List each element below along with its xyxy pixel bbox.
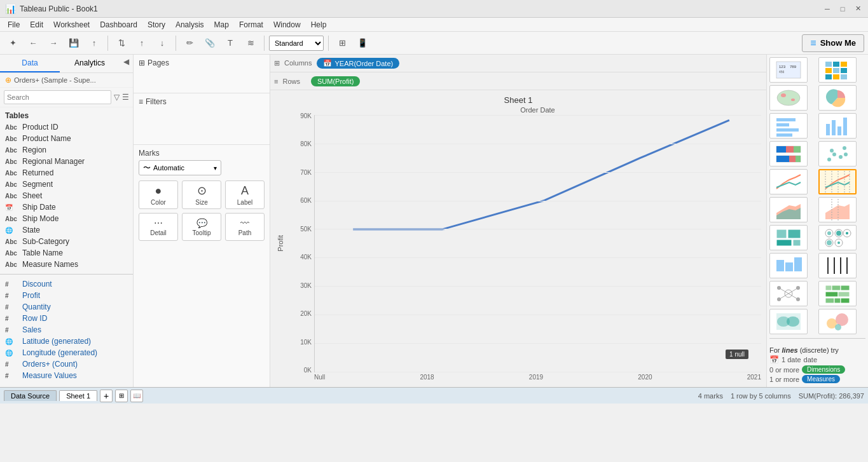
rows-pill[interactable]: SUM(Profit) xyxy=(311,76,360,86)
add-story-btn[interactable]: 📖 xyxy=(130,390,143,402)
toolbar-mark-label[interactable]: ≋ xyxy=(242,34,259,52)
chart-type-lines-continuous[interactable] xyxy=(769,169,808,194)
field-row-id[interactable]: #Row ID xyxy=(0,313,133,324)
maximize-btn[interactable]: □ xyxy=(837,4,848,14)
toolbar-text[interactable]: T xyxy=(221,34,239,52)
toolbar-new-sheet[interactable]: ✦ xyxy=(4,34,22,52)
field-product-id[interactable]: AbcProduct ID xyxy=(0,121,133,133)
menu-analysis[interactable]: Analysis xyxy=(170,19,209,31)
chart-type-area-continuous[interactable] xyxy=(769,197,808,222)
chart-type-treemap[interactable] xyxy=(769,225,808,250)
marks-type-select[interactable]: 〜 Automatic ▾ xyxy=(139,160,221,175)
toolbar-save[interactable]: 💾 xyxy=(65,34,83,52)
chart-type-vbar[interactable] xyxy=(818,113,857,139)
toolbar-forward[interactable]: → xyxy=(45,34,62,52)
marks-color-btn[interactable]: ● Color xyxy=(139,180,178,209)
filter-icon[interactable]: ▽ xyxy=(114,93,120,102)
lines-cont-icon xyxy=(774,171,803,193)
field-sheet[interactable]: AbcSheet xyxy=(0,190,133,201)
chart-type-circle[interactable] xyxy=(818,225,857,250)
toolbar-sort-asc[interactable]: ↑ xyxy=(133,34,151,52)
tab-analytics[interactable]: Analytics xyxy=(60,55,120,72)
chart-type-network[interactable] xyxy=(769,281,808,306)
field-quantity[interactable]: #Quantity xyxy=(0,301,133,313)
bottom-tabs-bar: Data Source Sheet 1 + ⊞ 📖 4 marks 1 row … xyxy=(0,387,868,404)
minimize-btn[interactable]: ─ xyxy=(822,4,832,14)
columns-pill[interactable]: 📅 YEAR(Order Date) xyxy=(317,58,399,69)
field-profit[interactable]: #Profit xyxy=(0,290,133,301)
chart-type-heat-map[interactable] xyxy=(818,57,857,83)
chart-type-density[interactable] xyxy=(769,309,808,334)
marks-size-btn[interactable]: ⊙ Size xyxy=(182,180,221,209)
filters-label: ≡ Filters xyxy=(139,97,265,106)
chart-type-bullet[interactable] xyxy=(818,253,857,278)
toolbar-device-preview[interactable]: 📱 xyxy=(354,34,371,52)
list-view-icon[interactable]: ☰ xyxy=(122,93,129,102)
menu-help[interactable]: Help xyxy=(306,19,332,31)
field-ship-date[interactable]: 📅Ship Date xyxy=(0,201,133,213)
sheet1-tab[interactable]: Sheet 1 xyxy=(59,390,97,401)
tab-data[interactable]: Data xyxy=(0,55,60,72)
toolbar: ✦ ← → 💾 ↑ ⇅ ↑ ↓ ✏ 📎 T ≋ Standard Fit Wid… xyxy=(0,32,868,55)
field-ship-mode[interactable]: AbcShip Mode xyxy=(0,213,133,224)
search-input[interactable] xyxy=(4,90,111,104)
marks-path-btn[interactable]: 〰 Path xyxy=(225,213,265,241)
data-source-tab[interactable]: Data Source xyxy=(4,390,57,401)
chart-type-lines-discrete[interactable] xyxy=(818,169,857,194)
chart-type-bubble[interactable] xyxy=(818,309,857,334)
chart-type-text[interactable]: 123 456 789 xyxy=(769,57,808,83)
menu-format[interactable]: Format xyxy=(234,19,268,31)
chart-type-stacked-hbar[interactable] xyxy=(769,141,808,166)
collapse-panel-btn[interactable]: ◀ xyxy=(120,55,133,72)
field-sub-category[interactable]: AbcSub-Category xyxy=(0,236,133,247)
chart-type-map[interactable] xyxy=(769,85,808,111)
chart-type-side-bars[interactable] xyxy=(769,253,808,278)
marks-label-btn[interactable]: A Label xyxy=(225,180,265,209)
toolbar-back[interactable]: ← xyxy=(24,34,42,52)
menu-story[interactable]: Story xyxy=(142,19,170,31)
field-longitude[interactable]: 🌐Longitude (generated) xyxy=(0,347,133,358)
menu-edit[interactable]: Edit xyxy=(25,19,48,31)
menu-dashboard[interactable]: Dashboard xyxy=(95,19,142,31)
chart-type-polygon-map[interactable] xyxy=(818,281,857,306)
field-latitude[interactable]: 🌐Latitude (generated) xyxy=(0,336,133,347)
add-sheet-btn[interactable]: + xyxy=(100,390,113,402)
toolbar-annotate[interactable]: ✏ xyxy=(181,34,198,52)
toolbar-presentation[interactable]: ⊞ xyxy=(333,34,351,52)
x-axis-title: Order Date xyxy=(314,106,761,114)
menu-map[interactable]: Map xyxy=(209,19,234,31)
filters-content[interactable] xyxy=(139,109,265,140)
field-segment[interactable]: AbcSegment xyxy=(0,179,133,190)
marks-detail-btn[interactable]: ⋯ Detail xyxy=(139,213,178,241)
chart-type-scatter[interactable] xyxy=(818,141,857,166)
menu-window[interactable]: Window xyxy=(268,19,306,31)
field-product-name[interactable]: AbcProduct Name xyxy=(0,133,133,144)
show-me-button[interactable]: ≡ Show Me xyxy=(802,34,864,52)
chart-type-hbar[interactable] xyxy=(769,113,808,139)
field-table-name[interactable]: AbcTable Name xyxy=(0,247,133,259)
toolbar-sort-desc[interactable]: ↓ xyxy=(153,34,171,52)
chart-type-area-discrete[interactable] xyxy=(818,197,857,222)
data-source-row[interactable]: ⊕ Orders+ (Sample - Supe... xyxy=(0,73,133,88)
field-state[interactable]: 🌐State xyxy=(0,224,133,236)
menu-file[interactable]: File xyxy=(3,19,25,31)
view-select[interactable]: Standard Fit Width Fit Height Entire Vie… xyxy=(269,36,324,51)
field-regional-manager[interactable]: AbcRegional Manager xyxy=(0,156,133,167)
toolbar-pin[interactable]: 📎 xyxy=(201,34,219,52)
field-orders-count[interactable]: #Orders+ (Count) xyxy=(0,358,133,370)
field-measure-values[interactable]: #Measure Values xyxy=(0,370,133,381)
pages-content[interactable] xyxy=(139,70,265,89)
field-region[interactable]: AbcRegion xyxy=(0,144,133,156)
close-btn[interactable]: ✕ xyxy=(853,4,863,14)
toolbar-publish[interactable]: ↑ xyxy=(85,34,103,52)
field-returned[interactable]: AbcReturned xyxy=(0,167,133,179)
add-dashboard-btn[interactable]: ⊞ xyxy=(115,390,128,402)
svg-rect-51 xyxy=(793,240,801,246)
field-sales[interactable]: #Sales xyxy=(0,324,133,336)
menu-worksheet[interactable]: Worksheet xyxy=(48,19,95,31)
chart-type-pie[interactable] xyxy=(818,85,857,111)
field-measure-names[interactable]: AbcMeasure Names xyxy=(0,259,133,270)
marks-tooltip-btn[interactable]: 💬 Tooltip xyxy=(182,213,221,241)
field-discount[interactable]: #Discount xyxy=(0,278,133,290)
toolbar-swap[interactable]: ⇅ xyxy=(113,34,130,52)
